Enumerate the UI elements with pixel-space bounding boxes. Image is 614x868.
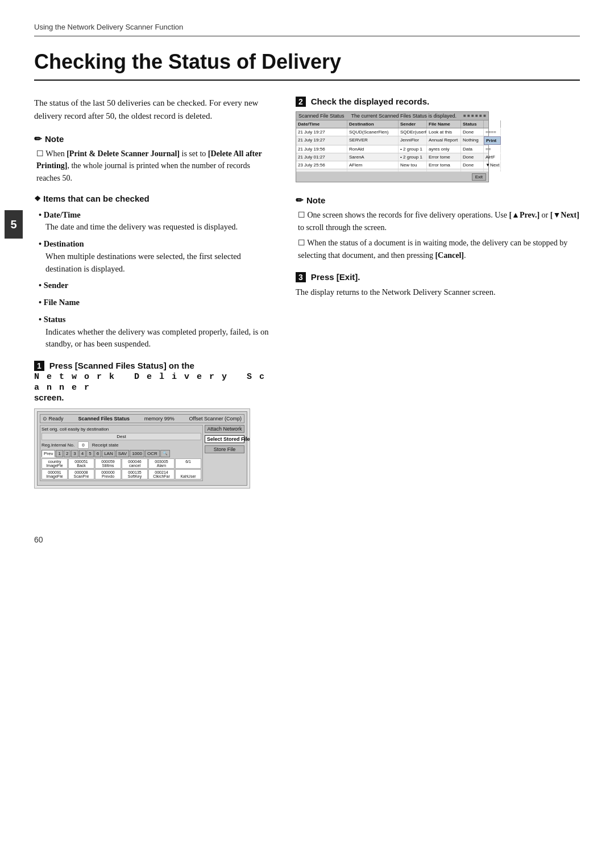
note-body-1: ☐ When [Print & Delete Scanner Journal] … — [34, 148, 273, 185]
list-item: Status Indicates whether the delivery wa… — [39, 314, 273, 350]
list-item: Date/Time The date and time the delivery… — [39, 209, 273, 234]
top-label: Using the Network Delivery Scanner Funct… — [34, 23, 580, 31]
delivery-table: Scanned File Status The current Scanned … — [296, 111, 489, 182]
note-title-2: ✏ Note — [296, 195, 580, 206]
list-item: File Name — [39, 297, 273, 309]
step-1-number: 1 — [34, 361, 44, 371]
step-3-heading: 3 Press [Exit]. — [296, 272, 580, 282]
exit-button[interactable]: Exit — [472, 173, 486, 181]
step-1-heading: 1 Press [Scanned Files Status] on the N … — [34, 361, 273, 403]
step-1-block: 1 Press [Scanned Files Status] on the N … — [34, 361, 273, 489]
step-3-content: The display returns to the Network Deliv… — [296, 286, 580, 298]
bullet-list: Date/Time The date and time the delivery… — [34, 209, 273, 351]
screen-mockup-step1: ⊙ Ready Scanned Files Status memory 99% … — [34, 408, 250, 489]
delivery-table-footer: Exit — [296, 172, 488, 182]
step-2-title: Check the displayed records. — [311, 97, 429, 106]
table-row: 21 July 01:27 SarenA • 2 group 1 Error t… — [296, 153, 488, 161]
table-row: 21 July 19:27 SQUD(ScanerFlen) SQDEr(use… — [296, 128, 488, 136]
table-row: 21 July 19:27 SERVER JenniFlor Annual Re… — [296, 136, 488, 145]
pencil-icon: ✏ — [34, 133, 42, 144]
intro-text: The status of the last 50 deliveries can… — [34, 97, 273, 123]
items-section: Items that can be checked Date/Time The … — [34, 194, 273, 351]
pencil-icon-2: ✏ — [296, 195, 303, 206]
step-3-number: 3 — [296, 272, 306, 282]
list-item: Destination When multiple destinations w… — [39, 238, 273, 275]
table-row: 21 July 19:56 RonAld • 2 group 1 ayres o… — [296, 145, 488, 153]
step-1-title: Press [Scanned Files Status] on the N e … — [34, 361, 265, 402]
delivery-table-header: Scanned File Status The current Scanned … — [296, 112, 488, 120]
table-row: 23 July 25:56 AFlern New tou Error toma … — [296, 161, 488, 169]
step-2-number: 2 — [296, 97, 306, 107]
page-number: 60 — [34, 535, 43, 544]
note-body-2: ☐ One screen shows the records for five … — [296, 209, 580, 262]
list-item: Sender — [39, 279, 273, 292]
note-block-1: ✏ Note ☐ When [Print & Delete Scanner Jo… — [34, 133, 273, 185]
step-2-heading: 2 Check the displayed records. — [296, 97, 580, 107]
right-column: 2 Check the displayed records. Scanned F… — [296, 97, 580, 501]
chapter-number: 5 — [5, 210, 23, 239]
page-footer: 60 — [34, 535, 580, 544]
left-column: The status of the last 50 deliveries can… — [34, 97, 273, 501]
step-3-title: Press [Exit]. — [311, 272, 360, 282]
note-block-2: ✏ Note ☐ One screen shows the records fo… — [296, 195, 580, 262]
step-3-block: 3 Press [Exit]. The display returns to t… — [296, 272, 580, 298]
delivery-table-columns: Date/Time Destination Sender File Name S… — [296, 120, 488, 128]
page-title: Checking the Status of Delivery — [34, 50, 580, 81]
step-2-block: 2 Check the displayed records. Scanned F… — [296, 97, 580, 182]
items-heading: Items that can be checked — [34, 194, 273, 203]
note-title-1: ✏ Note — [34, 133, 273, 144]
